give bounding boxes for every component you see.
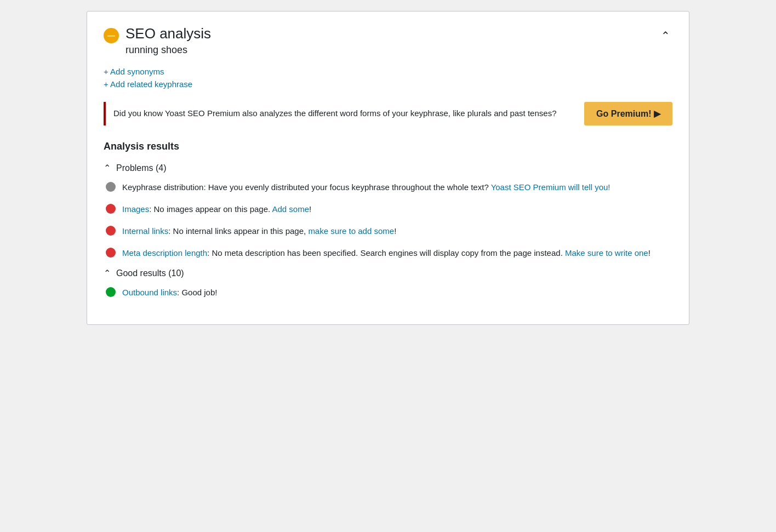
internal-links-text-after: : No internal links appear in this page,	[168, 226, 308, 236]
add-related-keyphrase-link[interactable]: + Add related keyphrase	[104, 79, 672, 89]
good-results-section: ⌃ Good results (10) Outbound links: Good…	[104, 268, 672, 299]
internal-links-link[interactable]: Internal links	[122, 226, 168, 236]
result-item-keyphrase-distribution: Keyphrase distribution: Have you evenly …	[104, 181, 672, 194]
problems-section: ⌃ Problems (4) Keyphrase distribution: H…	[104, 163, 672, 260]
good-results-section-header[interactable]: ⌃ Good results (10)	[104, 268, 672, 278]
outbound-links-text: Outbound links: Good job!	[122, 286, 217, 299]
images-text: Images: No images appear on this page. A…	[122, 203, 311, 216]
outbound-links-text-after: : Good job!	[177, 288, 217, 297]
seo-analysis-panel: SEO analysis running shoes ⌃ + Add synon…	[87, 11, 689, 325]
header-left: SEO analysis running shoes	[104, 25, 211, 56]
outbound-links-link[interactable]: Outbound links	[122, 288, 177, 297]
internal-links-exclaim: !	[394, 226, 396, 236]
problems-label: Problems (4)	[116, 163, 167, 173]
problems-chevron-icon: ⌃	[104, 164, 111, 173]
add-some-link[interactable]: Add some	[272, 204, 310, 214]
title-group: SEO analysis running shoes	[125, 25, 211, 56]
dot-red-images	[106, 204, 116, 214]
status-icon-orange	[104, 28, 119, 43]
result-item-internal-links: Internal links: No internal links appear…	[104, 225, 672, 238]
panel-title: SEO analysis	[125, 25, 211, 43]
keyphrase-text-before: Keyphrase distribution: Have you evenly …	[122, 182, 491, 192]
dot-red-internal	[106, 226, 116, 236]
internal-links-text: Internal links: No internal links appear…	[122, 225, 396, 238]
premium-notice-text: Did you know Yoast SEO Premium also anal…	[113, 107, 573, 120]
make-sure-write-one-link[interactable]: Make sure to write one	[565, 248, 648, 258]
meta-description-text-after: : No meta description has been specified…	[207, 248, 565, 258]
keyphrase-distribution-text: Keyphrase distribution: Have you evenly …	[122, 181, 610, 194]
images-exclaim: !	[309, 204, 311, 214]
result-item-outbound-links: Outbound links: Good job!	[104, 286, 672, 299]
premium-notice: Did you know Yoast SEO Premium also anal…	[104, 102, 672, 125]
links-section: + Add synonyms + Add related keyphrase	[104, 67, 672, 89]
good-results-chevron-icon: ⌃	[104, 269, 111, 278]
dot-gray-keyphrase	[106, 182, 116, 192]
images-text-after: : No images appear on this page.	[149, 204, 272, 214]
keyphrase-premium-link[interactable]: Yoast SEO Premium will tell you!	[491, 182, 610, 192]
good-results-label: Good results (10)	[116, 268, 184, 278]
make-sure-add-some-link[interactable]: make sure to add some	[308, 226, 394, 236]
result-item-images: Images: No images appear on this page. A…	[104, 203, 672, 216]
panel-subtitle: running shoes	[125, 44, 211, 56]
add-synonyms-link[interactable]: + Add synonyms	[104, 67, 672, 76]
images-link[interactable]: Images	[122, 204, 149, 214]
result-item-meta-description: Meta description length: No meta descrip…	[104, 247, 672, 260]
panel-header: SEO analysis running shoes ⌃	[104, 25, 672, 56]
analysis-results-title: Analysis results	[104, 141, 672, 152]
go-premium-button[interactable]: Go Premium! ▶	[584, 102, 672, 125]
meta-description-link[interactable]: Meta description length	[122, 248, 207, 258]
meta-description-text: Meta description length: No meta descrip…	[122, 247, 651, 260]
problems-section-header[interactable]: ⌃ Problems (4)	[104, 163, 672, 173]
dot-green-outbound	[106, 287, 116, 297]
meta-description-exclaim: !	[648, 248, 651, 258]
collapse-button[interactable]: ⌃	[659, 28, 672, 43]
dot-red-meta	[106, 248, 116, 258]
